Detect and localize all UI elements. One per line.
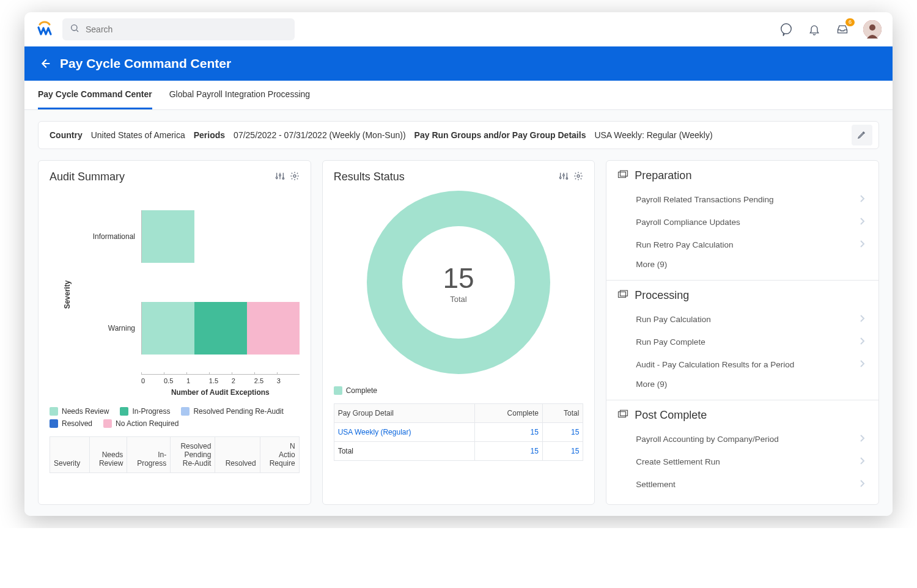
svg-rect-18 bbox=[621, 410, 628, 416]
back-arrow-icon[interactable] bbox=[38, 57, 51, 70]
chevron-right-icon bbox=[859, 457, 865, 467]
audit-bar-row: Warning bbox=[89, 282, 300, 374]
tab-bar: Pay Cycle Command Center Global Payroll … bbox=[24, 81, 893, 110]
tab-pay-cycle[interactable]: Pay Cycle Command Center bbox=[38, 81, 152, 109]
avatar[interactable] bbox=[863, 20, 882, 39]
x-tick: 1.5 bbox=[209, 375, 232, 384]
audit-summary-title: Audit Summary bbox=[50, 171, 125, 183]
search-input[interactable] bbox=[86, 24, 287, 34]
task-link[interactable]: Payroll Compliance Updates bbox=[617, 211, 867, 233]
svg-point-4 bbox=[869, 24, 875, 31]
total-cell[interactable]: 15 bbox=[542, 442, 583, 461]
task-link[interactable]: Payroll Accounting by Company/Period bbox=[617, 428, 867, 450]
country-label: Country bbox=[50, 130, 83, 140]
section-title: Preparation bbox=[635, 169, 691, 182]
svg-line-1 bbox=[76, 30, 78, 32]
search-box[interactable] bbox=[62, 18, 295, 40]
complete-cell[interactable]: 15 bbox=[474, 442, 542, 461]
svg-point-2 bbox=[781, 24, 792, 34]
results-th: Total bbox=[542, 404, 583, 423]
chevron-right-icon bbox=[859, 194, 865, 205]
audit-bar-row: Informational bbox=[89, 191, 300, 282]
section-title: Post Complete bbox=[635, 409, 707, 422]
complete-cell[interactable]: 15 bbox=[474, 423, 542, 442]
total-cell[interactable]: 15 bbox=[542, 423, 583, 442]
audit-summary-card: Audit Summary Severity InformationalWarn… bbox=[38, 160, 311, 505]
results-donut: 15 Total bbox=[334, 191, 584, 374]
more-link[interactable]: More (9) bbox=[617, 376, 867, 391]
task-section: PreparationPayroll Related Transactions … bbox=[606, 161, 878, 281]
x-tick: 2 bbox=[232, 375, 254, 384]
legend-item: Needs Review bbox=[50, 407, 109, 416]
window-stack-icon bbox=[617, 290, 628, 302]
inbox-badge: 6 bbox=[845, 18, 855, 26]
audit-category-label: Informational bbox=[89, 232, 141, 241]
task-link[interactable]: Run Pay Complete bbox=[617, 331, 867, 353]
audit-ylabel: Severity bbox=[63, 281, 72, 309]
audit-th: ResolvedPendingRe-Audit bbox=[171, 437, 215, 473]
svg-point-9 bbox=[560, 177, 562, 178]
audit-bar-segment[interactable] bbox=[194, 302, 247, 355]
inbox-icon[interactable]: 6 bbox=[835, 22, 850, 37]
audit-th: Resolved bbox=[215, 437, 260, 473]
country-value: United States of America bbox=[91, 130, 185, 140]
window-stack-icon bbox=[617, 410, 628, 422]
audit-bar-segment[interactable] bbox=[142, 302, 194, 355]
svg-rect-13 bbox=[619, 172, 626, 177]
tab-global-payroll[interactable]: Global Payroll Integration Processing bbox=[169, 81, 310, 109]
groups-label: Pay Run Groups and/or Pay Group Details bbox=[414, 130, 586, 140]
workday-logo[interactable] bbox=[35, 20, 54, 39]
window-stack-icon bbox=[617, 170, 628, 182]
svg-point-10 bbox=[563, 174, 565, 176]
periods-value: 07/25/2022 - 07/31/2022 (Weekly (Mon-Sun… bbox=[234, 130, 405, 140]
chevron-right-icon bbox=[859, 217, 865, 227]
task-link[interactable]: Run Pay Calculation bbox=[617, 308, 867, 331]
legend-item: Resolved bbox=[50, 419, 92, 428]
svg-rect-15 bbox=[619, 292, 626, 297]
page-title: Pay Cycle Command Center bbox=[60, 56, 231, 71]
periods-label: Periods bbox=[194, 130, 225, 140]
svg-rect-14 bbox=[621, 171, 628, 176]
svg-point-8 bbox=[293, 175, 296, 177]
svg-point-5 bbox=[276, 177, 278, 178]
audit-th: Severity bbox=[50, 437, 90, 473]
audit-xlabel: Number of Audit Exceptions bbox=[141, 388, 300, 397]
results-th: Pay Group Detail bbox=[334, 404, 474, 423]
more-link[interactable]: More (9) bbox=[617, 256, 867, 271]
chevron-right-icon bbox=[859, 434, 865, 444]
notifications-icon[interactable] bbox=[807, 22, 822, 37]
chevron-right-icon bbox=[859, 337, 865, 347]
task-link[interactable]: Audit - Pay Calculation Results for a Pe… bbox=[617, 353, 867, 376]
task-link[interactable]: Create Settlement Run bbox=[617, 450, 867, 473]
pay-group-link[interactable]: USA Weekly (Regular) bbox=[338, 428, 411, 436]
gear-icon[interactable] bbox=[573, 171, 583, 183]
edit-filters-button[interactable] bbox=[852, 125, 872, 145]
task-section: ProcessingRun Pay CalculationRun Pay Com… bbox=[606, 281, 878, 400]
chat-icon[interactable] bbox=[779, 22, 794, 37]
gear-icon[interactable] bbox=[290, 171, 300, 183]
donut-label: Total bbox=[450, 295, 466, 304]
tasks-card: PreparationPayroll Related Transactions … bbox=[606, 160, 879, 505]
results-status-card: Results Status 15 Total Complete Pay Gro… bbox=[322, 160, 595, 505]
pencil-icon bbox=[857, 130, 867, 141]
audit-bar-segment[interactable] bbox=[142, 210, 194, 263]
chevron-right-icon bbox=[859, 314, 865, 325]
search-icon bbox=[70, 23, 79, 35]
legend-item: Complete bbox=[334, 386, 377, 395]
audit-th: NActioRequire bbox=[260, 437, 299, 473]
sliders-icon[interactable] bbox=[275, 171, 285, 183]
task-link[interactable]: Settlement bbox=[617, 473, 867, 496]
groups-value: USA Weekly: Regular (Weekly) bbox=[594, 130, 712, 140]
audit-bar-segment[interactable] bbox=[247, 302, 300, 355]
sliders-icon[interactable] bbox=[559, 171, 569, 183]
task-link[interactable]: Payroll Related Transactions Pending bbox=[617, 188, 867, 211]
results-row: Total1515 bbox=[334, 442, 583, 461]
page-header: Pay Cycle Command Center bbox=[24, 46, 893, 81]
svg-point-12 bbox=[577, 175, 580, 177]
svg-point-6 bbox=[279, 174, 281, 176]
results-row: USA Weekly (Regular)1515 bbox=[334, 423, 583, 442]
svg-rect-16 bbox=[621, 290, 628, 296]
audit-th: NeedsReview bbox=[90, 437, 127, 473]
task-link[interactable]: Run Retro Pay Calculation bbox=[617, 233, 867, 256]
audit-legend: Needs ReviewIn-ProgressResolved Pending … bbox=[50, 407, 300, 428]
